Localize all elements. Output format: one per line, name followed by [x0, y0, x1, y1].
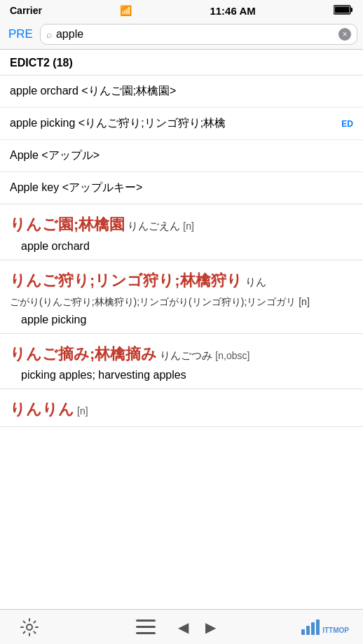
suggestion-text-4: Apple key <アップルキー>	[10, 181, 353, 195]
suggestion-text-3: Apple <アップル>	[10, 148, 353, 163]
list-button[interactable]	[130, 612, 161, 643]
entry-desc-2: ごがり(りんご狩り;林檎狩り);リンゴがり(リンゴ狩り);リンゴガリ [n]	[10, 295, 353, 309]
suggestion-text-2: apple picking <りんご狩り;リンゴ狩り;林檎	[10, 116, 338, 131]
entry-reading-1: りんごえん	[128, 220, 180, 233]
search-bar: PRE ⌕ ×	[0, 20, 363, 50]
entry-1: りんご園;林檎園 りんごえん [n] apple orchard	[0, 204, 363, 260]
wifi-icon: 📶	[120, 5, 132, 16]
svg-rect-2	[334, 6, 349, 13]
main-content: EDICT2 (18) apple orchard <りんご園;林檎園> app…	[0, 50, 363, 469]
svg-rect-5	[136, 626, 156, 628]
clock: 11:46 AM	[210, 5, 255, 17]
forward-button[interactable]: ▶	[205, 619, 216, 636]
entry-reading-3: りんごつみ	[160, 349, 212, 363]
entry-kanji-3: りんご摘み;林檎摘み	[10, 344, 157, 365]
svg-rect-4	[136, 620, 156, 622]
ittmop-text: ITTMOP	[322, 626, 349, 635]
entry-meaning-1: apple orchard	[10, 240, 353, 253]
entry-kanji-4: りんりん	[10, 399, 74, 421]
svg-rect-6	[136, 632, 156, 634]
search-icon: ⌕	[46, 29, 52, 40]
entry-2: りんご狩り;リンゴ狩り;林檎狩り りん ごがり(りんご狩り;林檎狩り);リンゴが…	[0, 260, 363, 334]
pre-label[interactable]: PRE	[6, 27, 36, 41]
entry-tags-3: [n,obsc]	[215, 350, 249, 361]
search-input[interactable]	[56, 28, 334, 41]
ittmop-logo: ITTMOP	[301, 620, 349, 635]
entry-header-3: りんご摘み;林檎摘み りんごつみ [n,obsc]	[10, 344, 353, 365]
list-item[interactable]: apple picking <りんご狩り;リンゴ狩り;林檎 ED	[0, 108, 363, 140]
bottom-nav: ◀ ▶ ITTMOP	[0, 609, 363, 644]
entry-tags-4: [n]	[77, 405, 88, 416]
back-button[interactable]: ◀	[178, 619, 189, 636]
entry-meaning-2: apple picking	[10, 314, 353, 326]
search-input-wrap: ⌕ ×	[40, 24, 357, 45]
entry-kanji-1: りんご園;林檎園	[10, 214, 125, 236]
entry-header-4: りんりん [n]	[10, 399, 353, 421]
settings-button[interactable]	[14, 612, 45, 643]
list-item[interactable]: Apple <アップル>	[0, 140, 363, 172]
edict-header: EDICT2 (18)	[0, 50, 363, 76]
entry-meaning-3: picking apples; harvesting apples	[10, 369, 353, 382]
nav-center: ◀ ▶	[130, 612, 216, 643]
entry-header-1: りんご園;林檎園 りんごえん [n]	[10, 214, 353, 236]
entry-reading-2: りん	[245, 276, 266, 289]
clear-button[interactable]: ×	[338, 28, 351, 41]
battery-icon	[334, 5, 353, 17]
svg-point-3	[27, 624, 32, 630]
ed-badge: ED	[341, 119, 353, 129]
status-right	[334, 5, 353, 17]
list-item[interactable]: apple orchard <りんご園;林檎園>	[0, 76, 363, 108]
suggestion-text-1: apple orchard <りんご園;林檎園>	[10, 84, 353, 99]
carrier-label: Carrier	[10, 5, 42, 16]
status-bar: Carrier 📶 11:46 AM	[0, 0, 363, 20]
entry-header-2: りんご狩り;リンゴ狩り;林檎狩り りん	[10, 270, 353, 292]
entry-tags-1: [n]	[183, 220, 194, 232]
entry-kanji-2: りんご狩り;リンゴ狩り;林檎狩り	[10, 270, 242, 292]
suggestion-list: apple orchard <りんご園;林檎園> apple picking <…	[0, 76, 363, 204]
svg-rect-1	[350, 8, 352, 12]
entry-3: りんご摘み;林檎摘み りんごつみ [n,obsc] picking apples…	[0, 334, 363, 390]
list-item[interactable]: Apple key <アップルキー>	[0, 172, 363, 204]
entry-4-partial: りんりん [n]	[0, 389, 363, 427]
